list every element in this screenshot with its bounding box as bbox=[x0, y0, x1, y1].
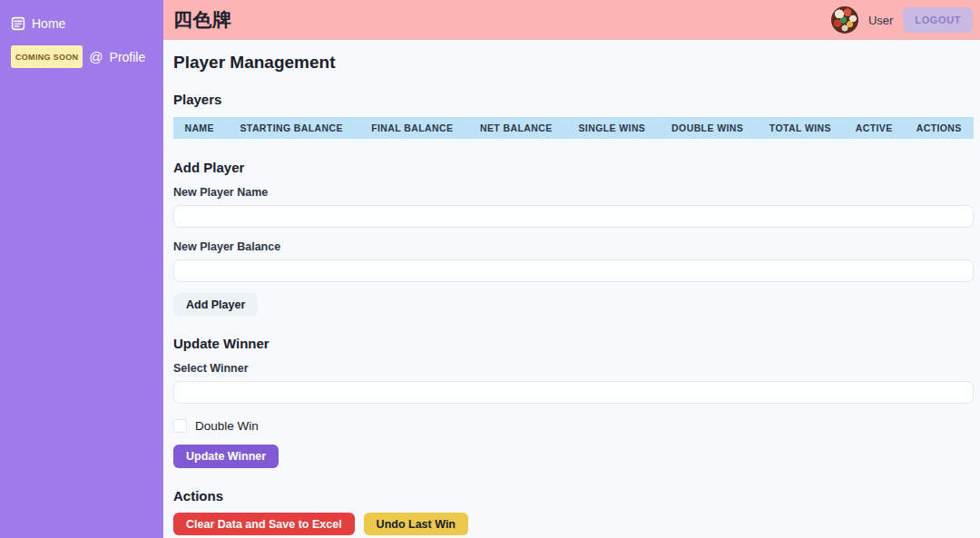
double-win-row: Double Win bbox=[173, 419, 974, 433]
clear-data-save-excel-button[interactable]: Clear Data and Save to Excel bbox=[173, 513, 355, 535]
page-title: Player Management bbox=[173, 53, 974, 73]
sidebar-item-profile[interactable]: COMING SOON @ Profile bbox=[11, 45, 152, 68]
new-player-balance-input[interactable] bbox=[173, 259, 974, 282]
column-header-single-wins: SINGLE WINS bbox=[565, 117, 658, 139]
sidebar: Home COMING SOON @ Profile bbox=[0, 0, 163, 538]
topbar: 四色牌 User LOGOUT bbox=[163, 0, 980, 40]
column-header-actions: ACTIONS bbox=[904, 117, 974, 139]
main-content: Player Management Players NAME STARTING … bbox=[163, 40, 980, 538]
new-player-balance-label: New Player Balance bbox=[173, 240, 974, 253]
column-header-net-balance: NET BALANCE bbox=[466, 117, 565, 139]
actions-heading: Actions bbox=[173, 488, 974, 504]
column-header-active: ACTIVE bbox=[844, 117, 904, 139]
user-box: User LOGOUT bbox=[831, 6, 973, 34]
journal-icon bbox=[11, 16, 25, 31]
sidebar-item-profile-label: Profile bbox=[110, 48, 146, 66]
select-winner-dropdown[interactable] bbox=[173, 381, 974, 404]
new-player-name-label: New Player Name bbox=[173, 186, 974, 199]
double-win-checkbox[interactable] bbox=[173, 419, 187, 433]
players-heading: Players bbox=[173, 92, 974, 107]
select-winner-label: Select Winner bbox=[173, 362, 974, 375]
actions-row: Clear Data and Save to Excel Undo Last W… bbox=[173, 513, 974, 535]
undo-last-win-button[interactable]: Undo Last Win bbox=[364, 513, 468, 535]
column-header-final-balance: FINAL BALANCE bbox=[358, 117, 466, 139]
column-header-name: NAME bbox=[173, 117, 225, 139]
column-header-starting-balance: STARTING BALANCE bbox=[225, 117, 358, 139]
sidebar-item-home[interactable]: Home bbox=[11, 15, 152, 33]
players-table-header-row: NAME STARTING BALANCE FINAL BALANCE NET … bbox=[173, 117, 974, 139]
logout-button[interactable]: LOGOUT bbox=[903, 7, 973, 33]
update-winner-heading: Update Winner bbox=[173, 336, 974, 351]
coming-soon-badge: COMING SOON bbox=[11, 45, 83, 68]
app-title: 四色牌 bbox=[173, 7, 232, 33]
avatar[interactable] bbox=[831, 6, 858, 34]
double-win-label: Double Win bbox=[195, 419, 259, 433]
column-header-double-wins: DOUBLE WINS bbox=[659, 117, 757, 139]
app-root: Home COMING SOON @ Profile 四色牌 User LOGO… bbox=[0, 0, 980, 538]
players-table: NAME STARTING BALANCE FINAL BALANCE NET … bbox=[173, 117, 974, 139]
add-player-heading: Add Player bbox=[173, 160, 974, 175]
add-player-button[interactable]: Add Player bbox=[173, 293, 258, 316]
update-winner-button[interactable]: Update Winner bbox=[173, 445, 279, 468]
user-name-label: User bbox=[868, 14, 893, 27]
new-player-name-input[interactable] bbox=[173, 205, 974, 228]
sidebar-item-home-label: Home bbox=[32, 15, 65, 33]
column-header-total-wins: TOTAL WINS bbox=[757, 117, 844, 139]
at-icon: @ bbox=[89, 48, 103, 66]
